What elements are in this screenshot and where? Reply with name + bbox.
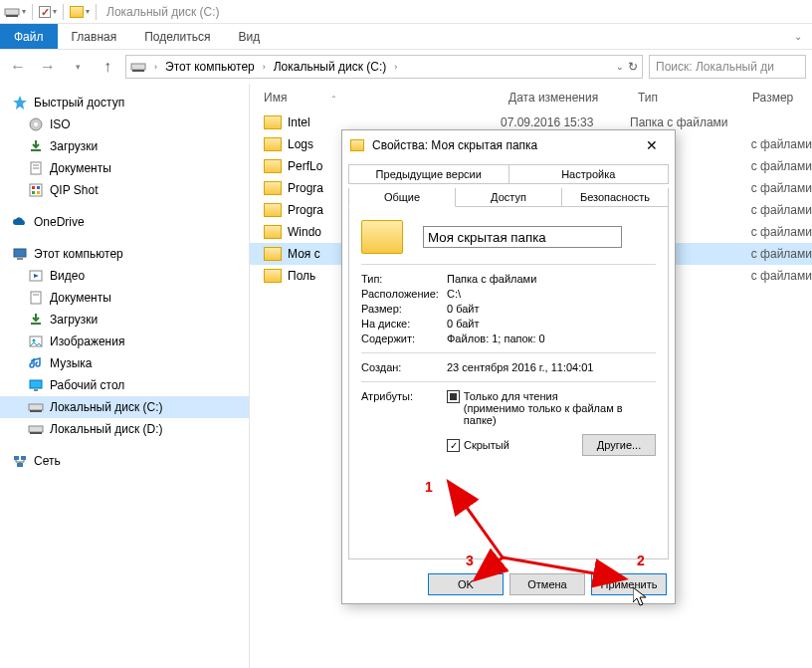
cloud-icon [12, 214, 28, 230]
svg-rect-26 [34, 389, 38, 391]
tree-item-drive-c[interactable]: Локальный диск (C:) [0, 396, 249, 418]
music-icon [28, 355, 44, 371]
cursor-icon [633, 587, 649, 611]
svg-rect-11 [30, 184, 42, 196]
tree-quick-access[interactable]: Быстрый доступ [0, 92, 249, 113]
tab-file[interactable]: Файл [0, 24, 58, 49]
folder-icon [264, 225, 282, 239]
quick-access-folder-dropdown-icon[interactable]: ▾ [86, 7, 90, 16]
quick-access-dropdown-icon[interactable]: ▾ [22, 7, 26, 16]
tab-share[interactable]: Поделиться [130, 24, 224, 49]
chevron-right-icon[interactable]: › [150, 62, 161, 72]
tab-security[interactable]: Безопасность [562, 188, 669, 207]
network-icon [12, 453, 28, 469]
column-header-type[interactable]: Тип [638, 91, 752, 105]
tree-item-downloads[interactable]: Загрузки [0, 135, 249, 157]
checkbox-readonly[interactable] [447, 390, 460, 403]
tree-item-iso[interactable]: ISO [0, 113, 249, 135]
tree-item-downloads2[interactable]: Загрузки [0, 309, 249, 331]
close-icon[interactable]: ✕ [637, 137, 667, 153]
tree-item-docs2[interactable]: Документы [0, 287, 249, 309]
refresh-icon[interactable]: ↻ [628, 60, 638, 74]
svg-rect-15 [37, 191, 40, 194]
nav-back-button[interactable]: ← [6, 55, 30, 79]
value-ondisk: 0 байт [447, 318, 480, 330]
folder-icon [264, 115, 282, 129]
folder-large-icon [361, 220, 403, 254]
value-contains: Файлов: 1; папок: 0 [447, 333, 545, 344]
tab-view[interactable]: Вид [224, 24, 274, 49]
svg-rect-0 [5, 9, 19, 15]
value-created: 23 сентября 2016 г., 11:04:01 [447, 361, 593, 373]
tree-item-drive-d[interactable]: Локальный диск (D:) [0, 418, 249, 440]
tree-label: Документы [50, 161, 111, 175]
address-bar[interactable]: › Этот компьютер › Локальный диск (C:) ›… [125, 55, 643, 79]
dialog-title-bar[interactable]: Свойства: Моя скрытая папка ✕ [342, 130, 675, 160]
other-attributes-button[interactable]: Другие... [582, 434, 656, 456]
nav-recent-dropdown-icon[interactable]: ▾ [66, 55, 90, 79]
tree-label: QIP Shot [50, 183, 98, 197]
drive-icon [4, 4, 20, 20]
tree-item-documents[interactable]: Документы [0, 157, 249, 179]
ribbon-expand-icon[interactable]: ⌄ [794, 31, 802, 42]
ribbon: Файл Главная Поделиться Вид ⌄ [0, 24, 812, 50]
tree-label: Документы [50, 291, 111, 305]
dialog-title: Свойства: Моя скрытая папка [372, 138, 537, 152]
nav-up-button[interactable]: ↑ [96, 55, 119, 79]
label-readonly-sub: (применимо только к файлам в папке) [464, 402, 656, 426]
sort-indicator-icon: ⌃ [330, 95, 337, 104]
quick-access-check-icon[interactable]: ✓ [39, 6, 51, 18]
svg-point-6 [34, 122, 38, 126]
tree-item-music[interactable]: Музыка [0, 352, 249, 374]
address-dropdown-icon[interactable]: ⌄ [616, 62, 624, 72]
tree-item-videos[interactable]: Видео [0, 265, 249, 287]
properties-dialog: Свойства: Моя скрытая папка ✕ Предыдущие… [341, 129, 676, 604]
tab-sharing[interactable]: Доступ [456, 188, 562, 207]
label-size: Размер: [361, 303, 447, 315]
tree-item-desktop[interactable]: Рабочий стол [0, 374, 249, 396]
column-header-size[interactable]: Размер [752, 91, 812, 105]
tab-general[interactable]: Общие [348, 188, 456, 207]
documents-icon [28, 290, 44, 306]
tree-label: Локальный диск (C:) [50, 400, 163, 414]
downloads-icon [28, 138, 44, 154]
label-contains: Содержит: [361, 333, 447, 344]
nav-forward-button[interactable]: → [36, 55, 60, 79]
checkbox-hidden[interactable]: ✓ [447, 439, 460, 452]
folder-icon [70, 6, 84, 18]
tree-onedrive[interactable]: OneDrive [0, 211, 249, 233]
label-readonly: Только для чтения [464, 390, 656, 402]
documents-icon [28, 160, 44, 176]
column-header-date[interactable]: Дата изменения [508, 91, 638, 105]
svg-rect-7 [31, 149, 41, 151]
svg-marker-4 [13, 96, 27, 110]
value-type: Папка с файлами [447, 273, 536, 285]
ok-button[interactable]: OK [428, 573, 504, 595]
chevron-right-icon[interactable]: › [259, 62, 270, 72]
label-attributes: Атрибуты: [361, 390, 447, 402]
quick-access-check-dropdown-icon[interactable]: ▾ [53, 7, 57, 16]
tree-item-pictures[interactable]: Изображения [0, 331, 249, 352]
svg-point-24 [33, 339, 36, 342]
apply-button[interactable]: Применить [591, 573, 667, 595]
svg-rect-12 [32, 186, 35, 189]
tab-home[interactable]: Главная [58, 24, 131, 49]
breadcrumb-drive[interactable]: Локальный диск (C:) [274, 60, 387, 74]
tree-label: Рабочий стол [50, 378, 124, 392]
tree-item-qipshot[interactable]: QIP Shot [0, 179, 249, 201]
breadcrumb-root[interactable]: Этот компьютер [165, 60, 255, 74]
folder-name-input[interactable] [423, 226, 622, 248]
tree-network[interactable]: Сеть [0, 450, 249, 472]
column-header-name[interactable]: Имя⌃ [264, 91, 508, 105]
tab-customize[interactable]: Настройка [509, 164, 670, 184]
chevron-right-icon[interactable]: › [390, 62, 401, 72]
search-input[interactable]: Поиск: Локальный ди [649, 55, 806, 79]
tree-this-pc[interactable]: Этот компьютер [0, 243, 249, 265]
tab-previous-versions[interactable]: Предыдущие версии [348, 164, 509, 184]
cancel-button[interactable]: Отмена [509, 573, 585, 595]
label-location: Расположение: [361, 288, 447, 300]
label-hidden: Скрытый [464, 439, 509, 451]
drive-icon [28, 399, 44, 415]
value-size: 0 байт [447, 303, 480, 315]
svg-rect-31 [14, 456, 19, 460]
